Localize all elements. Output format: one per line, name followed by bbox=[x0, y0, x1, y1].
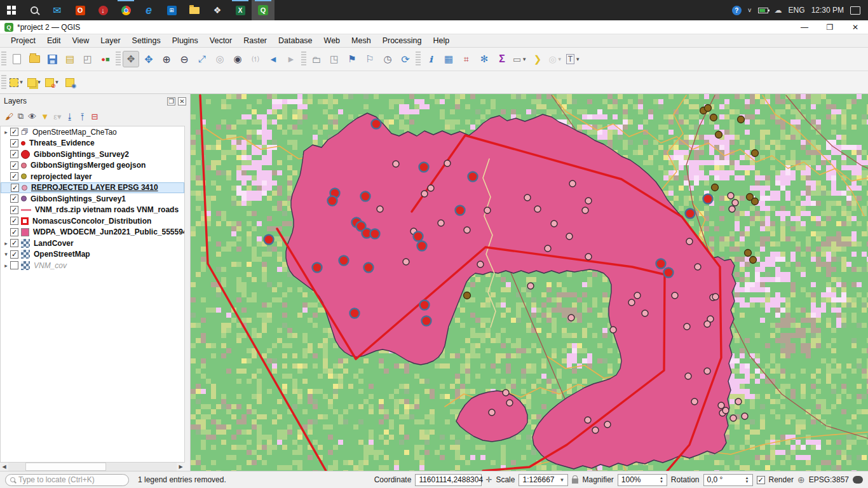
new-3d-map-view-icon[interactable]: ◳ bbox=[326, 51, 342, 67]
identify-features-icon[interactable]: ℹ bbox=[423, 51, 439, 67]
layer-row[interactable]: ✓WDPA_WDOECM_Jun2021_Public_555594 bbox=[1, 227, 184, 238]
deselect-all-icon[interactable]: ⊘▼ bbox=[44, 74, 60, 91]
taskbar-app-start[interactable] bbox=[0, 0, 23, 20]
filter-expression-icon[interactable]: ε▾ bbox=[53, 112, 61, 121]
new-map-view-icon[interactable]: 🗀 bbox=[308, 51, 325, 67]
select-features-icon[interactable]: ▼ bbox=[8, 74, 25, 91]
layer-visibility-checkbox[interactable]: ✓ bbox=[10, 161, 18, 170]
remove-layer-icon[interactable]: ⊟ bbox=[92, 112, 98, 121]
close-button[interactable]: ✕ bbox=[843, 20, 868, 34]
layer-visibility-checkbox[interactable]: ✓ bbox=[10, 172, 18, 180]
layout-manager-icon[interactable]: ◰ bbox=[79, 51, 96, 67]
taskbar-app-store[interactable]: ⊞ bbox=[160, 0, 183, 20]
tray-chevron-icon[interactable]: ˅ bbox=[748, 7, 752, 14]
layer-row[interactable]: ✓REPROJECTED LAYER EPSG 3410 bbox=[1, 182, 184, 194]
menu-edit[interactable]: Edit bbox=[41, 35, 67, 46]
select-by-location-icon[interactable]: ◉ bbox=[62, 74, 78, 91]
layer-visibility-checkbox[interactable]: ✓ bbox=[10, 194, 18, 203]
layer-visibility-checkbox[interactable]: ✓ bbox=[10, 228, 18, 236]
taskbar-app-search[interactable] bbox=[23, 0, 46, 20]
layer-visibility-checkbox[interactable]: ✓ bbox=[10, 128, 18, 136]
layer-row[interactable]: ✓VNM_rds.zip vietnam roads VNM_roads bbox=[1, 205, 184, 216]
layer-row[interactable]: ✓reprojected layer bbox=[1, 171, 184, 182]
save-project-icon[interactable] bbox=[44, 51, 60, 67]
coordinate-input[interactable]: 11601114,2488304 bbox=[415, 474, 482, 486]
collapse-all-icon[interactable]: ⭱ bbox=[79, 112, 87, 121]
menu-project[interactable]: Project bbox=[5, 35, 41, 46]
restore-button[interactable]: ❐ bbox=[817, 20, 843, 34]
menu-mesh[interactable]: Mesh bbox=[346, 35, 377, 46]
menu-layer[interactable]: Layer bbox=[95, 35, 126, 46]
layer-row[interactable]: ✓GibbonSightings_Survey2 bbox=[1, 149, 184, 160]
new-bookmark-icon[interactable]: ⚑ bbox=[344, 51, 360, 67]
expand-arrow-icon[interactable]: ▸ bbox=[3, 129, 10, 135]
temporal-controller-icon[interactable]: ◷ bbox=[379, 51, 396, 67]
zoom-native-icon[interactable]: ⑴ bbox=[247, 51, 264, 67]
pan-to-selection-icon[interactable]: ✥ bbox=[140, 51, 157, 67]
layer-row[interactable]: ▸✓LandCover bbox=[1, 238, 184, 249]
new-project-icon[interactable] bbox=[8, 51, 25, 67]
taskbar-app-excel[interactable]: X bbox=[229, 0, 252, 20]
menu-plugins[interactable]: Plugins bbox=[166, 35, 204, 46]
menu-view[interactable]: View bbox=[66, 35, 95, 46]
layer-visibility-checkbox[interactable]: ✓ bbox=[10, 206, 18, 214]
menu-database[interactable]: Database bbox=[273, 35, 318, 46]
scale-lock-icon[interactable] bbox=[572, 478, 578, 484]
taskbar-app-explorer[interactable] bbox=[183, 0, 206, 20]
expand-all-icon[interactable]: ⭳ bbox=[66, 112, 74, 121]
taskbar-app-edge[interactable]: e bbox=[137, 0, 160, 20]
zoom-to-selection-icon[interactable]: ◎ bbox=[212, 51, 228, 67]
panel-close-icon[interactable]: ✕ bbox=[178, 97, 186, 105]
taskbar-app-dropbox[interactable]: ❖ bbox=[206, 0, 229, 20]
layer-row[interactable]: ▾✓OpenStreetMap bbox=[1, 249, 184, 261]
nominatim-icon[interactable]: ◎▼ bbox=[547, 51, 564, 67]
language-indicator[interactable]: ENG bbox=[789, 6, 805, 15]
crs-globe-icon[interactable]: ⊕ bbox=[797, 475, 805, 485]
field-calculator-icon[interactable]: ⌗ bbox=[458, 51, 475, 67]
help-icon[interactable]: ? bbox=[732, 6, 742, 15]
zoom-to-layer-icon[interactable]: ◉ bbox=[229, 51, 246, 67]
processing-toolbox-icon[interactable]: ✻ bbox=[476, 51, 492, 67]
layer-visibility-checkbox[interactable]: ✓ bbox=[10, 250, 18, 259]
symbology-icon[interactable]: ●■ bbox=[97, 51, 114, 67]
zoom-in-icon[interactable]: ⊕ bbox=[158, 51, 175, 67]
text-annotation-icon[interactable]: T▼ bbox=[565, 51, 581, 67]
styling-dock-icon[interactable]: 🖌 bbox=[5, 112, 13, 121]
map-tips-icon[interactable]: ❯ bbox=[529, 51, 546, 67]
expand-arrow-icon[interactable]: ▸ bbox=[3, 240, 10, 247]
taskbar-app-office[interactable]: O bbox=[69, 0, 92, 20]
clock[interactable]: 12:30 PM bbox=[811, 6, 844, 15]
layer-visibility-checkbox[interactable]: ✓ bbox=[10, 139, 18, 147]
layer-row[interactable]: ✓Threats_Evidence bbox=[1, 138, 184, 149]
taskbar-app-qgis[interactable]: Q bbox=[252, 0, 275, 20]
layer-visibility-checkbox[interactable]: ✓ bbox=[10, 150, 18, 158]
render-checkbox[interactable]: ✓ bbox=[757, 476, 765, 484]
panel-float-icon[interactable]: ❐ bbox=[167, 97, 175, 105]
scroll-right-icon[interactable]: ▶ bbox=[177, 463, 185, 471]
magnifier-spinbox[interactable]: 100%▲▼ bbox=[618, 474, 667, 486]
layer-row[interactable]: ✓NomascusConcolor_Distribution bbox=[1, 215, 184, 227]
open-attribute-table-icon[interactable]: ▦ bbox=[440, 51, 457, 67]
layer-row[interactable]: ✓GibbonSightings_Survey1 bbox=[1, 193, 184, 205]
layer-row[interactable]: ✓GibbonSigtingsMerged geojson bbox=[1, 160, 184, 172]
open-project-icon[interactable] bbox=[26, 51, 43, 67]
rotation-spinbox[interactable]: 0,0 °▲▼ bbox=[703, 474, 753, 486]
map-canvas[interactable] bbox=[191, 94, 868, 471]
zoom-full-icon[interactable]: ⤢ bbox=[194, 51, 210, 67]
layers-panel-hscrollbar[interactable]: ◀ ▶ bbox=[0, 463, 185, 471]
layer-visibility-checkbox[interactable]: ✓ bbox=[10, 217, 18, 225]
statistics-icon[interactable]: Σ bbox=[494, 51, 510, 67]
layer-visibility-checkbox[interactable]: ✓ bbox=[10, 239, 18, 247]
expand-arrow-icon[interactable]: ▸ bbox=[3, 262, 10, 269]
menu-web[interactable]: Web bbox=[318, 35, 346, 46]
taskbar-app-chrome[interactable] bbox=[114, 0, 137, 20]
zoom-out-icon[interactable]: ⊖ bbox=[176, 51, 193, 67]
layer-visibility-checkbox[interactable]: ✓ bbox=[11, 184, 19, 192]
zoom-last-icon[interactable]: ◄ bbox=[265, 51, 281, 67]
select-by-value-icon[interactable]: ▼ bbox=[26, 74, 43, 91]
onedrive-cloud-icon[interactable]: ☁ bbox=[775, 6, 782, 15]
style-manager-icon[interactable]: ▤ bbox=[62, 51, 78, 67]
filter-legend-icon[interactable]: ▼ bbox=[41, 112, 49, 121]
layer-row[interactable]: ▸✓🗇OpenStreetMap_CheTao bbox=[1, 126, 184, 138]
menu-vector[interactable]: Vector bbox=[204, 35, 238, 46]
